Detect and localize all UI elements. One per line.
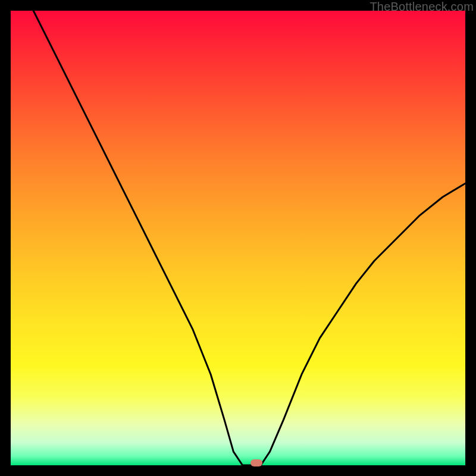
bottleneck-curve <box>11 11 465 465</box>
optimal-point-marker <box>250 459 262 466</box>
chart-plot-area <box>11 11 465 465</box>
chart-frame: TheBottleneck.com <box>0 0 476 476</box>
watermark-label: TheBottleneck.com <box>369 0 474 14</box>
